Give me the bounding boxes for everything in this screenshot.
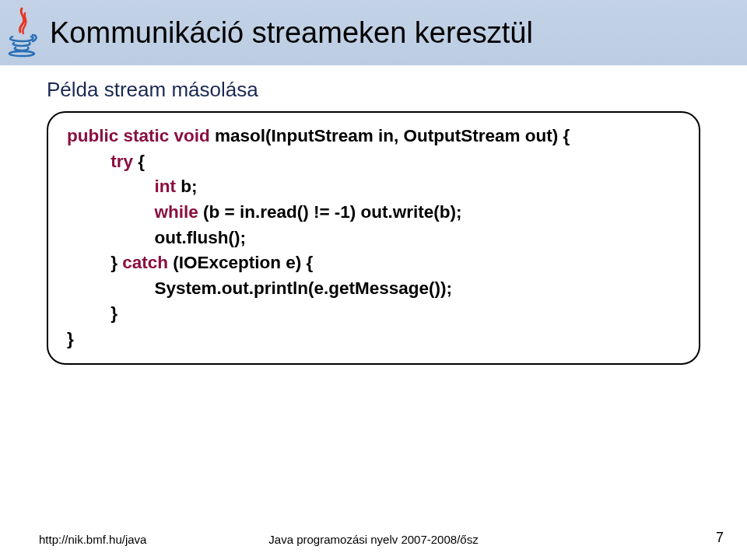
footer: http://nik.bmf.hu/java Java programozási… [0,530,747,546]
svg-point-0 [9,51,34,56]
slide-title: Kommunikáció streameken keresztül [50,16,533,50]
code-line: } catch (IOException e) { [67,250,680,276]
page-number: 7 [716,530,724,546]
code-block: public static void masol(InputStream in,… [47,111,700,365]
slide: Kommunikáció streameken keresztül Példa … [0,0,747,560]
subtitle: Példa stream másolása [47,78,716,102]
header-band: Kommunikáció streameken keresztül [0,0,747,65]
code-line: try { [67,149,680,175]
code-line: } [67,327,680,352]
java-logo-icon [3,6,40,59]
code-line: while (b = in.read() != -1) out.write(b)… [67,200,680,226]
slide-body: Példa stream másolása public static void… [47,78,716,365]
footer-left: http://nik.bmf.hu/java [39,533,146,546]
footer-center: Java programozási nyelv 2007-2008/ősz [268,533,478,546]
code-line: out.flush(); [67,226,680,251]
code-line: System.out.println(e.getMessage()); [67,276,680,302]
code-line: int b; [67,174,680,200]
code-line: public static void masol(InputStream in,… [67,124,680,149]
code-line: } [67,301,680,327]
